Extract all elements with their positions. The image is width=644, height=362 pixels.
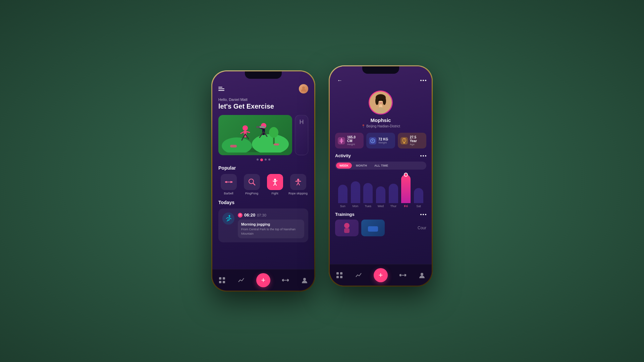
- svg-point-55: [375, 97, 379, 105]
- training-thumb-1[interactable]: [335, 220, 359, 236]
- rope-icon-box: [290, 174, 306, 190]
- nav2-add-button[interactable]: +: [374, 268, 388, 282]
- svg-point-40: [229, 215, 230, 217]
- notch: [245, 71, 282, 79]
- nav2-profile[interactable]: [418, 271, 426, 279]
- menu-icon[interactable]: [218, 87, 224, 91]
- fight-icon-box: [267, 174, 283, 190]
- popular-item-fight[interactable]: Fight: [265, 174, 285, 195]
- nav-home[interactable]: [218, 276, 226, 284]
- svg-rect-49: [288, 279, 289, 281]
- stats-row: 165.0 CM Height: [335, 133, 426, 148]
- more-menu[interactable]: [420, 80, 426, 81]
- pingpong-label: PingPong: [245, 192, 258, 195]
- popular-grid: Barbell PingPong: [218, 174, 308, 195]
- svg-line-39: [299, 181, 301, 182]
- nav-dumbbell[interactable]: [281, 276, 289, 284]
- dot-3[interactable]: [265, 159, 267, 161]
- weight-info: 72 KG Weight: [378, 137, 392, 144]
- svg-rect-75: [336, 272, 339, 275]
- svg-point-84: [421, 273, 423, 276]
- svg-point-58: [382, 100, 383, 101]
- banner-card-main[interactable]: [218, 115, 292, 155]
- chart-bar-fri[interactable]: [401, 175, 411, 203]
- chart-labels: SunMonTuesWedThurFriSat: [335, 203, 426, 208]
- svg-rect-83: [405, 274, 406, 276]
- popular-item-pingpong[interactable]: PingPong: [241, 174, 262, 195]
- avatar[interactable]: [299, 84, 308, 94]
- todays-card: ⏱ 06:20 07:30 Morning jogging From Centr…: [218, 208, 308, 242]
- nav2-chart[interactable]: [355, 271, 363, 279]
- bottom-nav: +: [212, 269, 314, 291]
- profile-section: Mophsic 📍 Beijing Haidian-District: [335, 90, 426, 128]
- page-title: let's Get Exercise: [218, 103, 308, 110]
- svg-rect-80: [400, 274, 401, 277]
- time-main: 06:20: [244, 213, 255, 218]
- tab-week[interactable]: WEEK: [336, 163, 352, 169]
- chart-bar-mon[interactable]: [351, 181, 360, 203]
- dot-4[interactable]: [268, 159, 270, 161]
- notch-2: [362, 66, 399, 74]
- weight-value: 72 KG: [378, 137, 392, 141]
- chart-bar-sat[interactable]: [414, 188, 423, 203]
- svg-rect-74: [368, 226, 378, 232]
- nav-profile[interactable]: [301, 276, 309, 284]
- svg-rect-21: [225, 181, 226, 183]
- height-info: 165.0 CM Height: [347, 135, 361, 146]
- location-pin-icon: 📍: [361, 124, 365, 128]
- chart-bar-sun[interactable]: [338, 185, 347, 203]
- activity-section: Activity WEEK MONTH ALL TIME: [335, 153, 426, 208]
- svg-rect-17: [256, 126, 260, 128]
- chart-bar-wed[interactable]: [376, 186, 385, 203]
- svg-rect-18: [260, 126, 265, 128]
- svg-rect-23: [227, 182, 230, 182]
- rope-label: Rope skipping: [288, 192, 308, 195]
- tab-alltime[interactable]: ALL TIME: [371, 163, 391, 169]
- home-screen: Hello, Daniel Matt let's Get Exercise: [212, 71, 314, 291]
- location-text: Beijing Haidian-District: [366, 124, 400, 128]
- profile-location: 📍 Beijing Haidian-District: [361, 124, 400, 128]
- chart-highlight-dot: [404, 173, 408, 177]
- svg-point-64: [372, 140, 373, 141]
- tab-month[interactable]: MONTH: [353, 163, 370, 169]
- training-thumb-2[interactable]: [361, 220, 385, 236]
- age-icon: [400, 137, 408, 144]
- svg-line-37: [298, 183, 300, 185]
- activity-chart: [335, 170, 426, 203]
- profile-screen: ←: [330, 66, 432, 286]
- svg-rect-22: [226, 181, 227, 183]
- chart-bar-thur[interactable]: [389, 184, 398, 203]
- svg-point-50: [303, 278, 306, 281]
- todays-activity-title: Morning jogging: [241, 222, 301, 226]
- chart-bar-tues[interactable]: [363, 183, 373, 203]
- svg-rect-24: [230, 181, 231, 183]
- svg-rect-45: [282, 279, 283, 281]
- svg-line-33: [275, 183, 276, 185]
- activity-more-menu[interactable]: [420, 155, 426, 157]
- activity-header: Activity: [335, 153, 426, 158]
- popular-title: Popular: [218, 165, 308, 171]
- nav2-dumbbell[interactable]: [399, 271, 407, 279]
- popular-item-barbell[interactable]: Barbell: [218, 174, 239, 195]
- back-button[interactable]: ←: [335, 76, 344, 85]
- svg-point-0: [302, 86, 305, 89]
- dot-2[interactable]: [260, 159, 263, 161]
- dot-1[interactable]: [257, 159, 259, 161]
- nav-add-button[interactable]: +: [256, 273, 270, 287]
- svg-rect-78: [340, 276, 342, 278]
- training-thumbnails: Cour: [335, 220, 426, 236]
- home-header: [218, 84, 308, 94]
- bottom-nav-2: +: [330, 264, 432, 286]
- scene: Hello, Daniel Matt let's Get Exercise: [211, 70, 433, 292]
- trainings-more-menu[interactable]: [420, 214, 426, 215]
- age-label: Age: [410, 143, 424, 146]
- svg-rect-44: [223, 281, 225, 283]
- popular-item-rope[interactable]: Rope skipping: [288, 174, 308, 195]
- svg-point-5: [269, 127, 278, 138]
- barbell-icon-box: [221, 174, 237, 190]
- nav2-home[interactable]: [335, 271, 343, 279]
- age-value: 27.5 Year: [410, 135, 424, 143]
- nav-chart[interactable]: [237, 276, 245, 284]
- chart-label-mon: Mon: [351, 204, 360, 208]
- svg-line-36: [297, 183, 298, 185]
